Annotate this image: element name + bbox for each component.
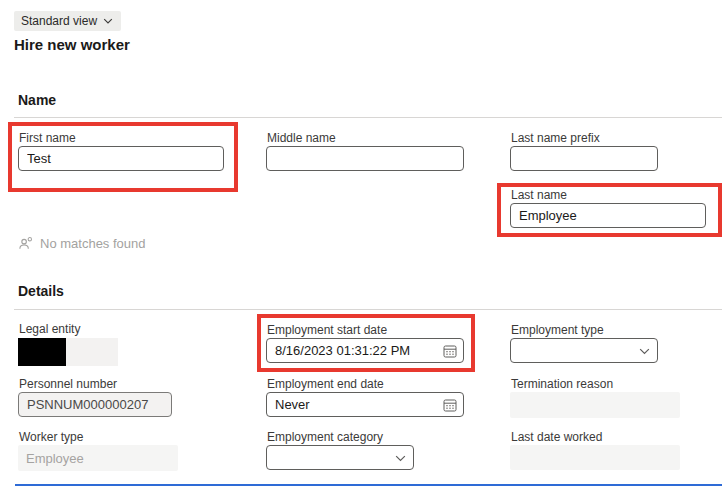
no-matches-row: No matches found	[18, 236, 146, 251]
employment-category-field	[266, 445, 414, 470]
employment-start-date-label: Employment start date	[267, 323, 387, 337]
last-name-prefix-input[interactable]	[510, 146, 658, 171]
last-date-worked-field	[510, 445, 680, 470]
view-selector-label: Standard view	[21, 14, 97, 28]
employment-end-date-input[interactable]	[266, 392, 464, 417]
employment-type-select[interactable]	[510, 338, 658, 363]
last-name-label: Last name	[511, 188, 567, 202]
name-section-divider	[14, 117, 722, 118]
legal-entity-label: Legal entity	[19, 322, 80, 336]
hire-new-worker-page: Standard view Hire new worker Name First…	[0, 0, 722, 491]
employment-start-date-field	[266, 338, 464, 363]
personnel-number-field: PSNNUM000000207	[18, 392, 172, 417]
chevron-down-icon	[102, 15, 114, 27]
person-search-icon	[18, 236, 33, 251]
employment-category-select[interactable]	[266, 445, 414, 470]
no-matches-text: No matches found	[40, 236, 146, 251]
chevron-down-icon[interactable]	[394, 451, 407, 464]
first-name-input[interactable]	[18, 146, 224, 171]
personnel-number-value: PSNNUM000000207	[27, 397, 148, 412]
details-section-divider	[14, 309, 722, 310]
employment-type-label: Employment type	[511, 323, 604, 337]
worker-type-field: Employee	[18, 445, 178, 471]
employment-end-date-label: Employment end date	[267, 377, 384, 391]
first-name-label: First name	[19, 131, 76, 145]
section-title-name: Name	[18, 92, 56, 108]
last-name-prefix-label: Last name prefix	[511, 131, 600, 145]
bottom-accent-divider	[15, 484, 722, 486]
middle-name-label: Middle name	[267, 131, 336, 145]
personnel-number-label: Personnel number	[19, 377, 117, 391]
termination-reason-label: Termination reason	[511, 377, 613, 391]
worker-type-label: Worker type	[19, 430, 83, 444]
worker-type-value: Employee	[26, 451, 84, 466]
middle-name-input[interactable]	[266, 146, 464, 171]
calendar-icon[interactable]	[443, 398, 457, 412]
employment-type-field	[510, 338, 658, 363]
redaction-overlay	[18, 338, 66, 366]
chevron-down-icon[interactable]	[638, 344, 651, 357]
calendar-icon[interactable]	[443, 344, 457, 358]
last-name-input[interactable]	[510, 203, 706, 228]
employment-category-label: Employment category	[267, 430, 383, 444]
last-date-worked-label: Last date worked	[511, 430, 602, 444]
employment-end-date-field	[266, 392, 464, 417]
view-selector-button[interactable]: Standard view	[14, 11, 121, 31]
page-title: Hire new worker	[14, 36, 130, 53]
termination-reason-field	[510, 392, 680, 418]
employment-start-date-input[interactable]	[266, 338, 464, 363]
section-title-details: Details	[18, 283, 64, 299]
